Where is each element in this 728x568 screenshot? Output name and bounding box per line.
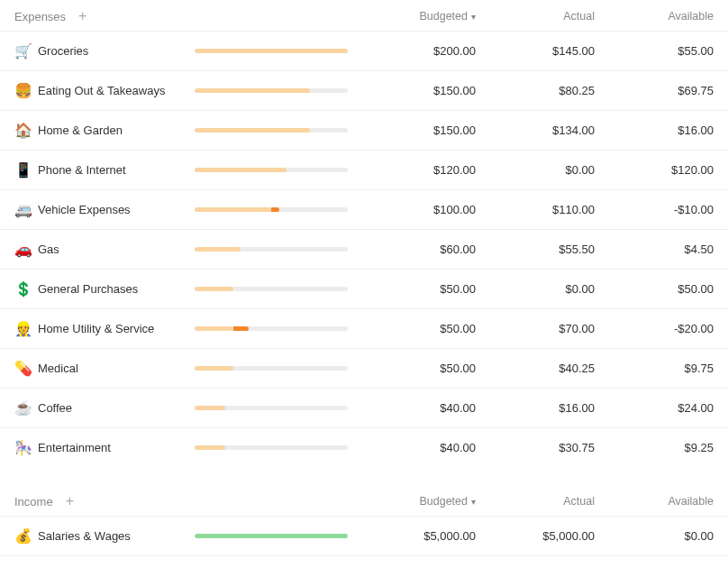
expenses-row[interactable]: ☕Coffee$40.00$16.00$24.00 [0,388,728,427]
add-income-button[interactable]: + [66,494,74,508]
category-label: Home Utility & Service [38,322,154,335]
column-header-budgeted[interactable]: Budgeted▾ [357,495,476,508]
category-cell: 🚐Vehicle Expenses [14,201,195,218]
available-value: $9.75 [595,362,714,375]
available-value: $120.00 [595,163,714,177]
category-label: General Purchases [38,282,138,296]
progress-bar [195,128,357,133]
available-value: -$10.00 [595,203,714,216]
category-icon: 💰 [14,527,32,545]
column-header-budgeted-label: Budgeted [419,495,468,508]
expenses-row[interactable]: 🎠Entertainment$40.00$30.75$9.25 [0,427,728,467]
actual-value: $16.00 [476,401,595,415]
expenses-row[interactable]: 🏠Home & Garden$150.00$134.00$16.00 [0,110,728,150]
category-label: Vehicle Expenses [38,203,131,216]
actual-value: $5,000.00 [476,529,595,543]
category-label: Medical [38,362,78,375]
expenses-row[interactable]: 🚐Vehicle Expenses$100.00$110.00-$10.00 [0,189,728,229]
category-icon: 🛒 [14,42,32,60]
category-label: Groceries [38,44,88,58]
actual-value: $40.25 [476,362,595,375]
available-value: $0.00 [595,529,714,543]
available-value: $9.25 [595,441,714,454]
category-cell: 🍔Eating Out & Takeaways [14,82,195,99]
category-icon: 🚗 [14,241,32,258]
available-value: -$20.00 [595,322,714,335]
category-cell: 🎠Entertainment [14,439,195,456]
category-cell: 💰Salaries & Wages [14,527,195,545]
budgeted-value: $50.00 [357,362,476,375]
expenses-row[interactable]: 📱Phone & Internet$120.00$0.00$120.00 [0,150,728,189]
actual-value: $145.00 [476,44,595,58]
progress-bar [195,445,357,450]
expenses-section-title: Expenses [14,10,66,23]
category-label: Phone & Internet [38,163,126,177]
category-cell: 💲General Purchases [14,280,195,298]
progress-bar [195,247,357,252]
budgeted-value: $50.00 [357,282,476,296]
category-label: Gas [38,243,59,256]
category-icon: 🎠 [14,439,32,456]
budgeted-value: $40.00 [357,441,476,454]
progress-bar [195,207,357,212]
expenses-row[interactable]: 👷Home Utility & Service$50.00$70.00-$20.… [0,308,728,348]
actual-value: $70.00 [476,322,595,335]
expenses-row[interactable]: 🚗Gas$60.00$55.50$4.50 [0,229,728,269]
expenses-row[interactable]: 🛒Groceries$200.00$145.00$55.00 [0,31,728,70]
available-value: $69.75 [595,84,714,97]
add-expenses-button[interactable]: + [78,9,86,23]
category-label: Home & Garden [38,124,123,137]
income-section-header: Income+Budgeted▾ActualAvailable [0,485,728,516]
category-label: Coffee [38,401,72,415]
progress-bar [195,287,357,291]
category-icon: ☕ [14,399,32,417]
progress-bar [195,534,357,538]
actual-value: $55.50 [476,243,595,256]
actual-value: $0.00 [476,282,595,296]
budgeted-value: $60.00 [357,243,476,256]
category-cell: 📱Phone & Internet [14,161,195,179]
category-cell: 🛒Groceries [14,42,195,60]
category-icon: 🏠 [14,122,32,139]
expenses-row[interactable]: 💲General Purchases$50.00$0.00$50.00 [0,269,728,308]
column-header-actual[interactable]: Actual [476,10,595,23]
column-header-available[interactable]: Available [595,495,714,508]
budgeted-value: $120.00 [357,163,476,177]
column-header-available[interactable]: Available [595,10,714,23]
available-value: $16.00 [595,124,714,137]
progress-bar [195,406,357,410]
category-icon: 💊 [14,360,32,377]
category-icon: 💲 [14,280,32,298]
progress-bar [195,326,357,331]
budgeted-value: $100.00 [357,203,476,216]
expenses-row[interactable]: 💊Medical$50.00$40.25$9.75 [0,348,728,388]
category-label: Salaries & Wages [38,529,131,543]
budgeted-value: $200.00 [357,44,476,58]
available-value: $24.00 [595,401,714,415]
category-cell: ☕Coffee [14,399,195,417]
progress-bar [195,88,357,93]
category-cell: 🏠Home & Garden [14,122,195,139]
column-header-actual[interactable]: Actual [476,495,595,508]
column-header-budgeted[interactable]: Budgeted▾ [357,10,476,23]
budgeted-value: $150.00 [357,84,476,97]
category-icon: 🍔 [14,82,32,99]
actual-value: $80.25 [476,84,595,97]
budgeted-value: $50.00 [357,322,476,335]
expenses-row[interactable]: 🍔Eating Out & Takeaways$150.00$80.25$69.… [0,70,728,110]
column-header-budgeted-label: Budgeted [419,10,468,23]
category-icon: 📱 [14,161,32,179]
category-icon: 👷 [14,320,32,337]
category-label: Entertainment [38,441,111,454]
progress-bar [195,49,357,53]
actual-value: $134.00 [476,124,595,137]
income-row[interactable]: 💰Salaries & Wages$5,000.00$5,000.00$0.00 [0,516,728,556]
category-cell: 👷Home Utility & Service [14,320,195,337]
actual-value: $110.00 [476,203,595,216]
category-cell: 🚗Gas [14,241,195,258]
actual-value: $30.75 [476,441,595,454]
actual-value: $0.00 [476,163,595,177]
available-value: $55.00 [595,44,714,58]
available-value: $4.50 [595,243,714,256]
category-icon: 🚐 [14,201,32,218]
